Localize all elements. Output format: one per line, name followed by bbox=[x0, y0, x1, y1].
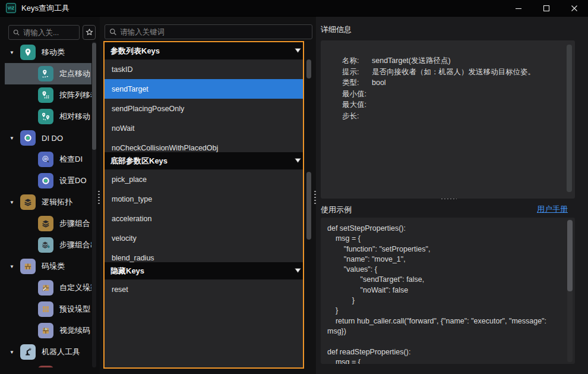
detail-field-value: 是否向接收者（如：机器人）发送移动目标位姿。 bbox=[372, 67, 557, 78]
section-header[interactable]: 隐藏Keys bbox=[105, 262, 303, 279]
expand-arrow-icon[interactable]: ▼ bbox=[10, 50, 20, 55]
clipped-item-icon bbox=[38, 366, 53, 367]
favorites-button[interactable] bbox=[83, 25, 96, 40]
key-item-blend_radius[interactable]: blend_radius bbox=[105, 248, 303, 262]
sidebar-item-fixed-point-move[interactable]: 定点移动 bbox=[5, 63, 91, 84]
collapse-arrow-icon[interactable] bbox=[295, 48, 301, 53]
sidebar-scrollbar-thumb[interactable] bbox=[92, 43, 96, 150]
keylist-splitter-handle[interactable] bbox=[314, 191, 316, 204]
code-example-box: def setStepProperties(): msg = { "functi… bbox=[321, 218, 575, 364]
sidebar-item-label: 移动类 bbox=[42, 47, 65, 58]
expand-arrow-icon[interactable]: ▼ bbox=[10, 350, 20, 355]
expand-arrow-icon[interactable]: ▼ bbox=[10, 200, 20, 205]
key-item-noWait[interactable]: noWait bbox=[105, 118, 303, 138]
section-header[interactable]: 底部参数区Keys bbox=[105, 152, 303, 169]
sidebar-item-robot-tools[interactable]: ▼机器人工具 bbox=[5, 341, 91, 363]
sidebar-item-vision-resume-coding[interactable]: 视觉续码 bbox=[5, 320, 91, 341]
section-items: reset bbox=[105, 279, 303, 367]
sidebar-item-custom-pallet-pattern[interactable]: 自定义垛型 bbox=[5, 277, 91, 298]
sidebar-item-di-do[interactable]: ▼DI DO bbox=[5, 127, 91, 149]
app-logo-text: VIZ bbox=[8, 6, 15, 10]
sidebar-item-label: 步骤组合 bbox=[59, 218, 90, 229]
vision-resume-coding-icon bbox=[38, 323, 53, 338]
key-item-velocity[interactable]: velocity bbox=[105, 228, 303, 248]
sidebar-item-label: 预设垛型 bbox=[59, 304, 90, 315]
sidebar-item-label: 自定义垛型 bbox=[59, 282, 91, 293]
close-icon bbox=[571, 5, 578, 12]
details-title: 详细信息 bbox=[321, 24, 352, 35]
search-icon bbox=[13, 29, 20, 36]
sidebar-item-label: 检查DI bbox=[59, 154, 83, 165]
key-item-acceleration[interactable]: acceleration bbox=[105, 209, 303, 228]
move-category-icon bbox=[20, 45, 36, 60]
window-title: Keys查询工具 bbox=[21, 3, 69, 14]
sidebar-item-label: 机器人工具 bbox=[42, 347, 80, 357]
detail-field-label: 类型: bbox=[342, 77, 372, 89]
detail-field-value: bool bbox=[372, 77, 557, 89]
sidebar-item-label: 相对移动 bbox=[59, 111, 90, 122]
key-item-reset[interactable]: reset bbox=[105, 279, 303, 299]
titlebar: VIZ Keys查询工具 bbox=[0, 0, 588, 17]
key-list: 参数列表KeystaskIDsendTargetsendPlacingPoseO… bbox=[103, 41, 304, 369]
maximize-button[interactable] bbox=[532, 0, 560, 17]
details-scrollbar-thumb[interactable] bbox=[567, 45, 572, 192]
palletizing-category-icon bbox=[20, 259, 36, 274]
sidebar-item-palletizing-category[interactable]: ▼码垛类 bbox=[5, 256, 91, 277]
minimize-button[interactable] bbox=[504, 0, 532, 17]
app-logo-icon: VIZ bbox=[6, 3, 16, 13]
key-item-sendTarget[interactable]: sendTarget bbox=[105, 79, 303, 99]
sidebar-item-label: 按阵列移动 bbox=[59, 90, 91, 100]
detail-field-value bbox=[372, 99, 557, 111]
section-title: 隐藏Keys bbox=[110, 266, 144, 276]
category-search-box bbox=[8, 25, 80, 40]
collapse-arrow-icon[interactable] bbox=[295, 158, 301, 163]
detail-field-label: 最小值: bbox=[342, 89, 372, 100]
sidebar-item-label: 码垛类 bbox=[42, 261, 65, 272]
set-do-icon bbox=[38, 173, 53, 188]
keylist-scrollbar-thumb[interactable] bbox=[306, 59, 311, 78]
sidebar-item-label: 视觉续码 bbox=[59, 325, 90, 336]
key-item-pick_place[interactable]: pick_place bbox=[105, 169, 303, 189]
sidebar-item-set-do[interactable]: 设置DO bbox=[5, 170, 91, 191]
sidebar-splitter-handle[interactable] bbox=[98, 191, 100, 204]
key-search-input[interactable] bbox=[120, 28, 308, 36]
expand-arrow-icon[interactable]: ▼ bbox=[10, 136, 20, 141]
sidebar-item-array-move[interactable]: 按阵列移动 bbox=[5, 84, 91, 106]
step-group-output-icon bbox=[38, 237, 53, 253]
sidebar-scrollbar[interactable] bbox=[92, 42, 96, 367]
code-scrollbar-thumb[interactable] bbox=[567, 220, 573, 291]
sidebar-item-check-di[interactable]: DI检查DI bbox=[5, 149, 91, 170]
key-item-taskID[interactable]: taskID bbox=[105, 59, 303, 79]
key-item-sendPlacingPoseOnly[interactable]: sendPlacingPoseOnly bbox=[105, 99, 303, 118]
detail-field-label: 最大值: bbox=[342, 99, 372, 111]
svg-text:DI: DI bbox=[44, 158, 47, 161]
sidebar-item-preset-pallet-pattern[interactable]: 预设垛型 bbox=[5, 298, 91, 320]
section-title: 底部参数区Keys bbox=[110, 156, 167, 166]
sidebar-item-step-group[interactable]: 步骤组合 bbox=[5, 213, 91, 234]
logic-topology-icon bbox=[20, 194, 36, 210]
sidebar-item-logic-topology[interactable]: ▼逻辑拓扑 bbox=[5, 191, 91, 213]
step-group-icon bbox=[38, 216, 53, 231]
maximize-icon bbox=[543, 5, 550, 12]
sidebar-item-label: 步骤组合出... bbox=[59, 240, 91, 250]
close-button[interactable] bbox=[560, 0, 588, 17]
preset-pallet-pattern-icon bbox=[38, 301, 53, 317]
expand-arrow-icon[interactable]: ▼ bbox=[10, 264, 20, 269]
star-badge-icon bbox=[86, 29, 93, 36]
user-manual-link[interactable]: 用户手册 bbox=[537, 204, 568, 215]
sidebar-item-step-group-output[interactable]: 步骤组合出... bbox=[5, 234, 91, 256]
category-search-input[interactable] bbox=[23, 29, 75, 37]
keylist-scrollbar-thumb[interactable] bbox=[306, 172, 311, 240]
minimize-icon bbox=[515, 5, 522, 12]
collapse-arrow-icon[interactable] bbox=[295, 268, 301, 273]
key-item-noCheckCollisionWithPlacedObj[interactable]: noCheckCollisionWithPlacedObj bbox=[105, 138, 303, 152]
sidebar-item-clipped-item[interactable] bbox=[5, 363, 91, 367]
fixed-point-move-icon bbox=[38, 66, 53, 81]
sidebar-item-relative-move[interactable]: 相对移动 bbox=[5, 106, 91, 127]
robot-tools-icon bbox=[20, 344, 36, 360]
key-item-motion_type[interactable]: motion_type bbox=[105, 189, 303, 209]
section-header[interactable]: 参数列表Keys bbox=[105, 42, 303, 59]
detail-field-value: sendTarget(发送路径点) bbox=[372, 55, 557, 67]
sidebar-item-move-category[interactable]: ▼移动类 bbox=[5, 42, 91, 63]
relative-move-icon bbox=[38, 109, 53, 124]
